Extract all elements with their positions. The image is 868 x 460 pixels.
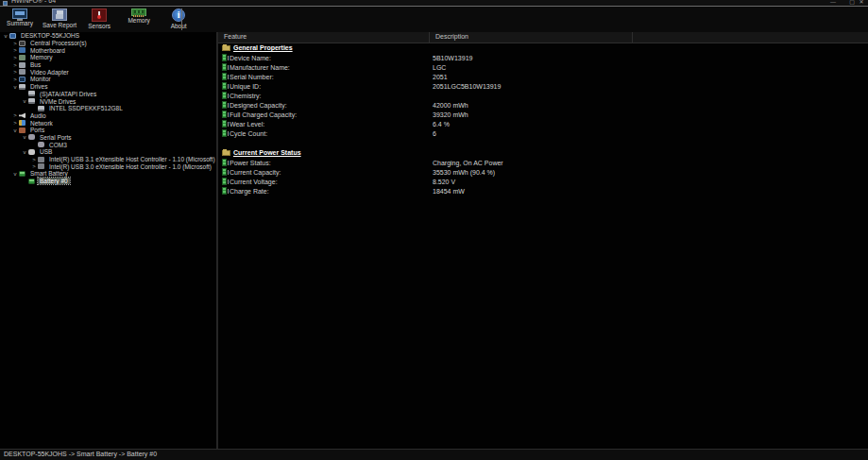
tree-item-label: Battery #0 [38, 178, 70, 184]
toolbar-button-summary[interactable]: Summary [0, 7, 40, 26]
chevron-down-icon[interactable]: v [11, 171, 19, 177]
chevron-right-icon[interactable]: > [11, 47, 19, 53]
chevron-down-icon[interactable]: v [11, 84, 19, 90]
chevron-right-icon[interactable]: > [11, 69, 19, 75]
battery-gauge-icon [222, 82, 227, 90]
feature-cell: Cycle Count: [218, 129, 430, 137]
save-report-floppy-icon [52, 9, 67, 21]
tree-item-ports[interactable]: vPorts [0, 127, 216, 134]
tree-item-label: Serial Ports [38, 134, 74, 141]
toolbar-button-save-report[interactable]: Save Report [40, 7, 79, 28]
detail-row[interactable]: Chemistry: [218, 91, 868, 100]
detail-row[interactable]: Manufacturer Name:LGC [218, 62, 868, 72]
tree-item-com3[interactable]: COM3 [0, 141, 216, 148]
tree-item-label: Smart Battery [28, 170, 70, 177]
usb-controller-icon [38, 157, 44, 162]
folder-icon [222, 45, 230, 51]
detail-row[interactable]: Charge Rate:18454 mW [218, 186, 868, 196]
detail-row[interactable]: Unique ID:2051LGC5B10W13919 [218, 81, 868, 91]
audio-icon [19, 112, 26, 118]
feature-label: Chemistry: [230, 93, 261, 99]
tree-item-label: Audio [28, 112, 48, 119]
title-bar: HWiNFO® - 64 — ▢ ✕ [0, 0, 868, 7]
cpu-icon [19, 41, 26, 46]
detail-row[interactable]: Designed Capacity:42000 mWh [218, 100, 868, 110]
tree-item-desktop-55kjohs[interactable]: vDESKTOP-55KJOHS [0, 32, 216, 40]
close-button-icon[interactable]: ✕ [858, 1, 865, 5]
tree-item-label: Intel(R) USB 3.1 eXtensible Host Control… [47, 156, 216, 162]
sensors-thermometer-icon [92, 9, 107, 22]
tree-item-central-processor-s[interactable]: >Central Processor(s) [0, 40, 216, 47]
tree-item-label: Bus [28, 61, 43, 68]
tree-item-intel-ssdpekkf512g8l[interactable]: INTEL SSDPEKKF512G8L [0, 105, 216, 112]
column-header-feature[interactable]: Feature [218, 32, 430, 43]
detail-row[interactable]: Serial Number:2051 [218, 72, 868, 81]
chevron-right-icon[interactable]: > [11, 62, 19, 68]
feature-cell: Manufacturer Name: [218, 63, 430, 71]
toolbar-button-label: About [171, 23, 187, 29]
tree-item-s-ata-atapi-drives[interactable]: (S)ATA/ATAPI Drives [0, 91, 216, 98]
detail-row[interactable]: Full Charged Capacity:39320 mWh [218, 110, 868, 119]
chevron-down-icon[interactable]: v [21, 149, 28, 155]
chevron-down-icon[interactable]: v [21, 98, 28, 104]
toolbar-button-sensors[interactable]: Sensors [79, 7, 119, 29]
tree-item-bus[interactable]: >Bus [0, 61, 216, 69]
feature-label: Unique ID: [230, 83, 261, 90]
toolbar-button-memory[interactable]: Memory [119, 7, 159, 24]
drive-icon [38, 106, 44, 111]
description-value: 18454 mW [430, 188, 465, 195]
tree-item-motherboard[interactable]: >Motherboard [0, 46, 216, 54]
tree-item-drives[interactable]: vDrives [0, 83, 216, 91]
tree-item-label: Central Processor(s) [28, 40, 89, 46]
tree-item-monitor[interactable]: >Monitor [0, 76, 216, 83]
feature-label: Current Capacity: [230, 169, 281, 176]
chevron-right-icon[interactable]: > [11, 41, 19, 46]
column-header-description[interactable]: Description [430, 32, 633, 43]
feature-label: Device Name: [230, 55, 271, 61]
detail-row[interactable]: Wear Level:6.4 % [218, 119, 868, 128]
detail-rows: General PropertiesDevice Name:5B10W13919… [218, 43, 868, 205]
tree-item-label: COM3 [47, 142, 69, 148]
toolbar-button-label: Save Report [43, 22, 77, 28]
tree-item-audio[interactable]: >Audio [0, 112, 216, 120]
detail-row[interactable]: Device Name:5B10W13919 [218, 53, 868, 62]
tree-item-battery-0[interactable]: Battery #0 [0, 178, 216, 185]
chevron-right-icon[interactable]: > [30, 157, 38, 162]
tree-item-intel-r-usb-3-0-extensible-host-controller-1-0-microsoft[interactable]: >Intel(R) USB 3.0 eXtensible Host Contro… [0, 162, 216, 170]
feature-cell: Charge Rate: [218, 187, 430, 195]
status-bar: DESKTOP-55KJOHS -> Smart Battery -> Batt… [0, 449, 868, 460]
chevron-down-icon[interactable]: v [11, 128, 19, 133]
toolbar-separator [181, 9, 182, 30]
toolbar-button-about[interactable]: About [159, 7, 198, 29]
chevron-right-icon[interactable]: > [11, 120, 19, 126]
tree-item-nvme-drives[interactable]: vNVMe Drives [0, 97, 216, 105]
section-header-general-properties: General Properties [218, 43, 868, 53]
bus-icon [19, 62, 26, 68]
detail-row[interactable]: Power Status:Charging, On AC Power [218, 158, 868, 167]
minimize-button-icon[interactable]: — [829, 1, 837, 5]
tree-item-network[interactable]: >Network [0, 119, 216, 127]
toolbar-button-label: Sensors [88, 23, 111, 29]
detail-pane: Feature Description General PropertiesDe… [218, 32, 868, 450]
detail-row[interactable]: Cycle Count:6 [218, 128, 868, 138]
battery-gauge-icon [222, 159, 227, 166]
description-value: 39320 mWh [430, 111, 468, 118]
chevron-right-icon[interactable]: > [11, 77, 19, 82]
maximize-button-icon[interactable]: ▢ [848, 1, 856, 5]
tree-item-usb[interactable]: vUSB [0, 148, 216, 156]
detail-row[interactable]: Current Capacity:35530 mWh (90.4 %) [218, 167, 868, 177]
tree-item-smart-battery[interactable]: vSmart Battery [0, 170, 216, 178]
chevron-down-icon[interactable]: v [21, 134, 28, 140]
tree-item-label: USB [38, 148, 54, 155]
description-value: 35530 mWh (90.4 %) [430, 169, 495, 176]
tree-item-serial-ports[interactable]: vSerial Ports [0, 134, 216, 142]
chevron-right-icon[interactable]: > [30, 163, 38, 169]
chevron-right-icon[interactable]: > [11, 55, 19, 60]
tree-item-intel-r-usb-3-1-extensible-host-controller-1-10-microsoft[interactable]: >Intel(R) USB 3.1 eXtensible Host Contro… [0, 156, 216, 163]
tree-item-video-adapter[interactable]: >Video Adapter [0, 68, 216, 76]
chevron-down-icon[interactable]: v [2, 33, 9, 39]
chevron-right-icon[interactable]: > [11, 112, 19, 118]
tree-item-memory[interactable]: >Memory [0, 54, 216, 61]
detail-row[interactable]: Current Voltage:8.520 V [218, 177, 868, 186]
section-header-current-power-status: Current Power Status [218, 147, 868, 158]
